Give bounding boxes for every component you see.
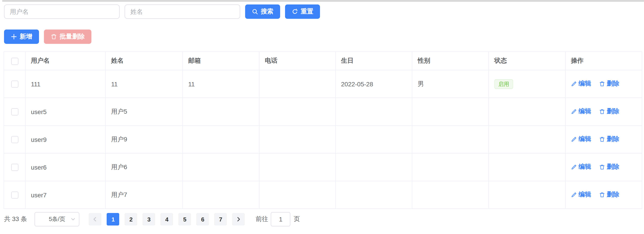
page-button-7[interactable]: 7 <box>214 213 227 226</box>
reset-button[interactable]: 重置 <box>285 4 320 19</box>
edit-icon <box>571 81 577 87</box>
page-size-select[interactable]: 5条/页 <box>35 212 80 227</box>
row-checkbox[interactable] <box>11 164 18 171</box>
edit-icon <box>571 164 577 170</box>
row-checkbox[interactable] <box>11 192 18 199</box>
table-row: user6 用户6 编辑 <box>4 153 642 181</box>
column-header-name: 姓名 <box>106 52 182 70</box>
column-header-phone: 电话 <box>259 52 336 70</box>
cell-email <box>182 153 259 181</box>
page-button-2[interactable]: 2 <box>125 213 137 226</box>
delete-link[interactable]: 删除 <box>599 191 619 199</box>
name-input[interactable] <box>124 4 240 19</box>
row-checkbox[interactable] <box>11 136 18 143</box>
cell-status <box>489 125 565 153</box>
status-badge: 启用 <box>494 79 513 89</box>
edit-link[interactable]: 编辑 <box>571 108 591 116</box>
delete-link[interactable]: 删除 <box>599 108 619 116</box>
goto-label: 前往 <box>256 215 268 223</box>
add-button-label: 新增 <box>20 33 32 41</box>
row-checkbox[interactable] <box>11 81 18 88</box>
top-divider <box>2 0 644 2</box>
pagination-total: 共 33 条 <box>4 215 27 223</box>
cell-gender <box>412 98 489 125</box>
trash-icon <box>599 109 605 115</box>
cell-phone <box>259 153 336 181</box>
column-header-status: 状态 <box>489 52 565 70</box>
cell-status <box>489 98 565 125</box>
page-button-1[interactable]: 1 <box>107 213 120 226</box>
page-button-4[interactable]: 4 <box>161 213 173 226</box>
cell-phone <box>259 98 336 125</box>
goto-page-input[interactable] <box>271 212 291 227</box>
trash-icon <box>599 192 605 198</box>
cell-phone <box>259 70 336 98</box>
table-row: user7 用户7 编辑 <box>4 181 642 209</box>
chevron-down-icon <box>71 217 76 222</box>
search-button[interactable]: 搜索 <box>245 4 280 19</box>
toolbar: 新增 批量删除 <box>4 29 96 44</box>
delete-link[interactable]: 删除 <box>599 163 619 171</box>
edit-link[interactable]: 编辑 <box>571 135 591 143</box>
cell-gender <box>412 153 489 181</box>
cell-gender: 男 <box>412 70 489 98</box>
page-size-value: 5条/页 <box>49 215 66 223</box>
cell-status <box>489 153 565 181</box>
cell-actions: 编辑 删除 <box>565 153 642 181</box>
prev-page-button[interactable] <box>89 213 102 226</box>
cell-gender <box>412 181 489 209</box>
trash-icon <box>599 136 605 142</box>
add-button[interactable]: 新增 <box>4 29 39 44</box>
trash-icon <box>599 164 605 170</box>
cell-actions: 编辑 删除 <box>565 98 642 125</box>
edit-link[interactable]: 编辑 <box>571 163 591 171</box>
cell-name: 用户6 <box>106 153 182 181</box>
table-row: user9 用户9 编辑 <box>4 125 642 153</box>
search-button-label: 搜索 <box>261 7 274 16</box>
cell-name: 用户5 <box>106 98 182 125</box>
page-button-3[interactable]: 3 <box>143 213 155 226</box>
cell-name: 用户9 <box>106 125 182 153</box>
column-header-username: 用户名 <box>25 52 106 70</box>
edit-link[interactable]: 编辑 <box>571 80 591 88</box>
cell-username: user6 <box>25 153 106 181</box>
table-row: 111 11 11 2022-05-28 男 启用 编辑 <box>4 70 642 98</box>
select-all-checkbox[interactable] <box>11 57 18 65</box>
trash-icon <box>51 34 57 40</box>
user-table: 用户名 姓名 邮箱 电话 生日 性别 状态 操作 111 11 11 2 <box>4 51 642 209</box>
batch-delete-button[interactable]: 批量删除 <box>44 29 92 44</box>
cell-birthday <box>336 98 412 125</box>
delete-link[interactable]: 删除 <box>599 135 619 143</box>
search-icon <box>252 8 258 15</box>
refresh-icon <box>292 8 298 15</box>
edit-link[interactable]: 编辑 <box>571 191 591 199</box>
column-header-email: 邮箱 <box>182 52 259 70</box>
username-input[interactable] <box>4 4 120 19</box>
cell-status: 启用 <box>489 70 565 98</box>
delete-link[interactable]: 删除 <box>599 80 619 88</box>
cell-phone <box>259 181 336 209</box>
row-checkbox[interactable] <box>11 108 18 116</box>
page-button-5[interactable]: 5 <box>178 213 191 226</box>
next-page-button[interactable] <box>232 213 245 226</box>
plus-icon <box>11 34 17 40</box>
edit-icon <box>571 192 577 198</box>
goto-suffix: 页 <box>294 215 300 223</box>
cell-username: 111 <box>25 70 106 98</box>
cell-username: user9 <box>25 125 106 153</box>
chevron-left-icon <box>92 217 98 222</box>
column-header-birthday: 生日 <box>336 52 412 70</box>
user-management-page: 搜索 重置 新增 批量删除 <box>0 0 644 234</box>
page-button-6[interactable]: 6 <box>196 213 209 226</box>
cell-username: user5 <box>25 98 106 125</box>
column-header-actions: 操作 <box>565 52 642 70</box>
cell-birthday: 2022-05-28 <box>336 70 412 98</box>
cell-birthday <box>336 153 412 181</box>
cell-username: user7 <box>25 181 106 209</box>
trash-icon <box>599 81 605 87</box>
cell-status <box>489 181 565 209</box>
edit-icon <box>571 136 577 142</box>
cell-birthday <box>336 125 412 153</box>
cell-gender <box>412 125 489 153</box>
column-header-gender: 性别 <box>412 52 489 70</box>
